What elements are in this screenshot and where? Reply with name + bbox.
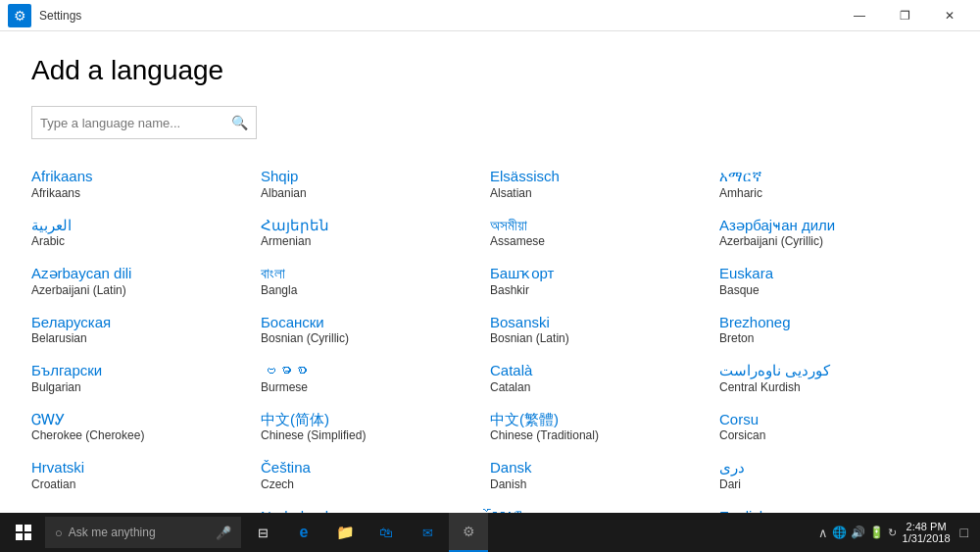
list-item[interactable]: ՀայերենArmenian [261,208,490,257]
language-native-name: 中文(繁體) [490,410,708,429]
list-item[interactable]: HrvatskiCroatian [31,450,261,499]
language-native-name: Afrikaans [31,167,249,186]
cortana-search[interactable]: ○ Ask me anything 🎤 [45,517,241,548]
language-english-name: Azerbaijani (Cyrillic) [719,234,937,248]
minimize-button[interactable]: — [837,0,882,31]
language-native-name: Беларуская [31,313,249,332]
list-item[interactable]: العربيةArabic [31,208,261,257]
microphone-icon: 🎤 [216,526,231,540]
language-english-name: Basque [719,283,937,297]
language-english-name: Croatian [31,477,249,491]
list-item[interactable]: Азәрбајҹан дилиAzerbaijani (Cyrillic) [719,208,949,257]
list-item[interactable]: BrezhonegBreton [719,305,949,354]
search-box[interactable]: 🔍 [31,106,257,139]
store-icon: 🛍 [379,525,393,540]
language-english-name: Bulgarian [31,380,249,394]
list-item[interactable]: ᏣᎳᎩCherokee (Cherokee) [31,402,261,451]
list-item[interactable]: 中文(繁體)Chinese (Traditional) [490,402,719,451]
windows-logo-icon [16,525,31,540]
language-native-name: Hrvatski [31,458,249,477]
language-native-name: Босански [261,313,478,332]
list-item[interactable]: Azərbaycan diliAzerbaijani (Latin) [31,256,261,305]
sync-icon[interactable]: ↻ [888,527,897,539]
language-native-name: Bosanski [490,313,708,332]
language-native-name: ဗမာစာ [261,361,478,380]
list-item[interactable]: AfrikaansAfrikaans [31,159,261,208]
language-native-name: 中文(简体) [261,410,478,429]
language-native-name: Euskara [719,264,937,283]
language-english-name: Bashkir [490,283,708,297]
battery-icon[interactable]: 🔋 [869,526,884,539]
language-english-name: Danish [490,477,708,491]
language-native-name: Čeština [261,458,478,477]
language-native-name: Български [31,361,249,380]
task-view-button[interactable]: ⊟ [243,513,282,552]
language-english-name: Central Kurdish [719,380,937,394]
task-view-icon: ⊟ [258,526,269,540]
language-native-name: Հայերեն [261,216,478,235]
chevron-up-icon[interactable]: ∧ [818,526,828,540]
list-item[interactable]: کوردیی ناوەراستCentral Kurdish [719,353,949,402]
language-english-name: Bosnian (Cyrillic) [261,331,478,345]
notification-icon[interactable]: □ [960,525,968,540]
explorer-taskbar-button[interactable]: 📁 [325,513,365,552]
title-bar: ⚙ Settings — ❐ ✕ [0,0,980,31]
mail-taskbar-button[interactable]: ✉ [408,513,447,552]
restore-button[interactable]: ❐ [882,0,927,31]
list-item[interactable]: دیوهی [31,499,261,514]
list-item[interactable]: 中文(简体)Chinese (Simplified) [261,402,490,451]
list-item[interactable]: CatalàCatalan [490,353,719,402]
list-item[interactable]: ShqipAlbanian [261,159,490,208]
language-english-name: Bosnian (Latin) [490,331,708,345]
search-input[interactable] [40,116,231,130]
language-native-name: ᏣᎳᎩ [31,410,249,429]
language-native-name: Башҡорт [490,264,708,283]
language-native-name: العربية [31,216,249,235]
language-english-name: Azerbaijani (Latin) [31,283,249,297]
list-item[interactable]: دریDari [719,450,949,499]
list-item[interactable]: ElsässischAlsatian [490,159,719,208]
list-item[interactable]: БашҡортBashkir [490,256,719,305]
list-item[interactable]: ČeštinaCzech [261,450,490,499]
clock-time: 2:48 PM [903,521,951,532]
list-item[interactable]: ဗမာစာBurmese [261,353,490,402]
language-english-name: Czech [261,477,478,491]
network-icon[interactable]: 🌐 [832,526,847,539]
list-item[interactable]: CorsuCorsican [719,402,949,451]
list-item[interactable]: БеларускаяBelarusian [31,305,261,354]
title-bar-left: ⚙ Settings [8,4,81,27]
close-button[interactable]: ✕ [927,0,972,31]
volume-icon[interactable]: 🔊 [851,526,865,539]
list-item[interactable]: English [719,499,949,514]
search-icon: 🔍 [231,115,248,130]
language-english-name: Arabic [31,234,249,248]
language-english-name: Armenian [261,234,478,248]
list-item[interactable]: অসমীয়াAssamese [490,208,719,257]
list-item[interactable]: ཇོང་ཁ [490,499,719,514]
language-native-name: Corsu [719,410,937,429]
list-item[interactable]: አማርኛAmharic [719,159,949,208]
language-english-name: Assamese [490,234,708,248]
store-taskbar-button[interactable]: 🛍 [367,513,406,552]
language-native-name: Shqip [261,167,478,186]
settings-taskbar-button[interactable]: ⚙ [449,513,488,552]
list-item[interactable]: EuskaraBasque [719,256,949,305]
list-item[interactable]: Nederlands [261,499,490,514]
list-item[interactable]: БосанскиBosnian (Cyrillic) [261,305,490,354]
language-english-name: Alsatian [490,186,708,200]
list-item[interactable]: বাংলাBangla [261,256,490,305]
window-title: Settings [39,9,81,23]
system-clock[interactable]: 2:48 PM 1/31/2018 [903,521,951,544]
list-item[interactable]: BosanskiBosnian (Latin) [490,305,719,354]
edge-taskbar-button[interactable]: e [284,513,323,552]
list-item[interactable]: DanskDanish [490,450,719,499]
language-native-name: Азәрбајҹан дили [719,216,937,235]
mail-icon: ✉ [422,526,433,540]
language-native-name: አማርኛ [719,167,937,186]
language-english-name: Catalan [490,380,708,394]
list-item[interactable]: БългарскиBulgarian [31,353,261,402]
language-english-name: Albanian [261,186,478,200]
language-grid: AfrikaansAfrikaansShqipAlbanianElsässisc… [31,159,949,513]
start-button[interactable] [4,513,43,552]
language-english-name: Cherokee (Cherokee) [31,428,249,442]
